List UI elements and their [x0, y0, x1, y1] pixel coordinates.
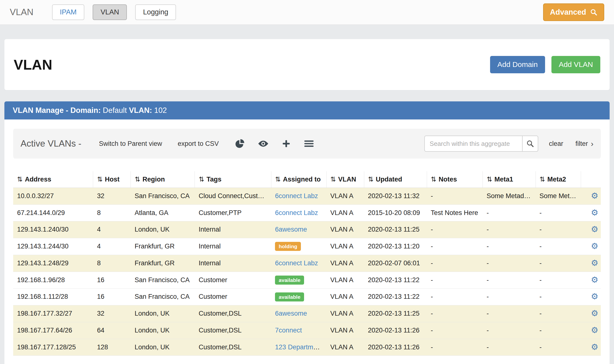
cell-actions: ⚙ [581, 272, 601, 288]
cell-host: 8 [93, 255, 131, 272]
export-csv-link[interactable]: export to CSV [178, 140, 219, 148]
cell-actions: ⚙ [581, 288, 601, 305]
cell-notes: - [427, 272, 482, 288]
cell-updated: 2020-02-13 11:25 [364, 305, 427, 322]
cell-actions: ⚙ [581, 255, 601, 272]
sort-icon: ⇅ [17, 176, 23, 183]
add-vlan-button[interactable]: Add VLAN [551, 56, 600, 73]
column-header-region[interactable]: ⇅Region [131, 171, 195, 188]
cell-assigned-to: 6awesome [271, 221, 326, 238]
cell-vlan: VLAN A [326, 205, 364, 221]
column-header-updated[interactable]: ⇅Updated [364, 171, 427, 188]
column-header-notes[interactable]: ⇅Notes [427, 171, 482, 188]
gear-icon[interactable]: ⚙ [591, 309, 598, 318]
assigned-resource-link[interactable]: 7connect [275, 327, 302, 334]
assigned-resource-link[interactable]: 6connect Labz [275, 209, 318, 216]
cell-host: 64 [93, 322, 131, 339]
cell-host: 16 [93, 272, 131, 288]
assigned-resource-link[interactable]: 6connect Labz [275, 192, 318, 200]
clear-link[interactable]: clear [549, 140, 563, 148]
search-icon [526, 140, 534, 148]
gear-icon[interactable]: ⚙ [591, 191, 598, 200]
column-header-tags[interactable]: ⇅Tags [195, 171, 271, 188]
aggregate-search-group [424, 136, 538, 152]
cell-updated: 2020-02-07 06:01 [364, 255, 427, 272]
list-icon[interactable] [304, 140, 314, 148]
column-header-address[interactable]: ⇅Address [13, 171, 93, 188]
cell-region: London, UK [131, 221, 195, 238]
cell-region: Frankfurt, GR [131, 255, 195, 272]
panel-title: VLAN Manage - Domain: Default VLAN: 102 [4, 101, 610, 120]
cell-updated: 2020-02-13 11:26 [364, 339, 427, 356]
cell-assigned-to: available [271, 288, 326, 305]
gear-icon[interactable]: ⚙ [591, 342, 598, 351]
cell-meta2: - [535, 288, 581, 305]
gear-icon[interactable]: ⚙ [591, 224, 598, 234]
gear-icon[interactable]: ⚙ [591, 241, 598, 251]
table-row: 192.168.1.112/2816San Francisco, CACusto… [13, 288, 601, 305]
gear-icon[interactable]: ⚙ [591, 325, 598, 335]
cell-assigned-to: holding [271, 238, 326, 255]
filter-link[interactable]: filter › [575, 140, 593, 148]
nav-tab-ipam[interactable]: IPAM [52, 4, 85, 20]
cell-actions: ⚙ [581, 339, 601, 356]
column-header-host[interactable]: ⇅Host [93, 171, 131, 188]
switch-parent-view-link[interactable]: Switch to Parent view [99, 140, 162, 148]
cell-region: Frankfurt, GR [131, 238, 195, 255]
table-row: 198.167.177.128/25128London, UKCustomer,… [13, 339, 601, 356]
cell-tags: Internal [195, 238, 271, 255]
aggregate-search-input[interactable] [424, 136, 522, 152]
cell-assigned-to: 123 Department… [271, 339, 326, 356]
cell-meta1: - [483, 255, 535, 272]
cell-tags: Customer,DSL [195, 339, 271, 356]
cell-notes: Test Notes Here [427, 205, 482, 221]
cell-address: 129.143.1.248/29 [13, 255, 93, 272]
cell-region: San Francisco, CA [131, 272, 195, 288]
assigned-resource-link[interactable]: 6awesome [275, 226, 307, 233]
gear-icon[interactable]: ⚙ [591, 275, 598, 284]
cell-vlan: VLAN A [326, 288, 364, 305]
cell-assigned-to: 6awesome [271, 305, 326, 322]
column-header-meta2[interactable]: ⇅Meta2 [535, 171, 581, 188]
cell-address: 10.0.0.32/27 [13, 188, 93, 205]
eye-icon[interactable] [258, 140, 269, 147]
cell-vlan: VLAN A [326, 221, 364, 238]
cell-notes: - [427, 305, 482, 322]
cell-region: London, UK [131, 322, 195, 339]
gear-icon[interactable]: ⚙ [591, 208, 598, 217]
cell-address: 129.143.1.240/30 [13, 221, 93, 238]
gear-icon[interactable]: ⚙ [591, 258, 598, 268]
assigned-resource-link[interactable]: 6awesome [275, 310, 307, 317]
column-header-vlan[interactable]: ⇅VLAN [326, 171, 364, 188]
table-row: 67.214.144.0/298Atlanta, GACustomer,PTP6… [13, 205, 601, 221]
cell-tags: Cloud Connect,Customer [195, 188, 271, 205]
advanced-search-button[interactable]: Advanced [543, 3, 604, 21]
cell-meta2: - [535, 339, 581, 356]
pie-chart-icon[interactable] [235, 139, 245, 149]
search-button[interactable] [522, 136, 538, 152]
add-domain-button[interactable]: Add Domain [490, 56, 545, 73]
cell-updated: 2020-02-13 11:20 [364, 238, 427, 255]
cell-notes: - [427, 339, 482, 356]
column-header-assigned-to[interactable]: ⇅Assigned to [271, 171, 326, 188]
nav-tab-logging[interactable]: Logging [135, 4, 176, 20]
cell-notes: - [427, 221, 482, 238]
nav-tab-vlan[interactable]: VLAN [93, 4, 127, 20]
cell-notes: - [427, 255, 482, 272]
assigned-resource-link[interactable]: 123 Department… [275, 343, 326, 351]
cell-tags: Internal [195, 255, 271, 272]
cell-address: 129.143.1.244/30 [13, 238, 93, 255]
app-brand: VLAN [10, 7, 33, 17]
cell-host: 128 [93, 339, 131, 356]
column-header-meta1[interactable]: ⇅Meta1 [483, 171, 535, 188]
cell-address: 198.167.177.128/25 [13, 339, 93, 356]
search-icon [590, 9, 597, 16]
status-badge-holding: holding [275, 242, 301, 251]
gear-icon[interactable]: ⚙ [591, 292, 598, 301]
cell-updated: 2015-10-20 08:09 [364, 205, 427, 221]
panel-title-vlan-value: 102 [154, 106, 167, 115]
plus-icon[interactable] [282, 139, 291, 148]
assigned-resource-link[interactable]: 6connect Labz [275, 260, 318, 267]
cell-address: 67.214.144.0/29 [13, 205, 93, 221]
cell-region: San Francisco, CA [131, 188, 195, 205]
